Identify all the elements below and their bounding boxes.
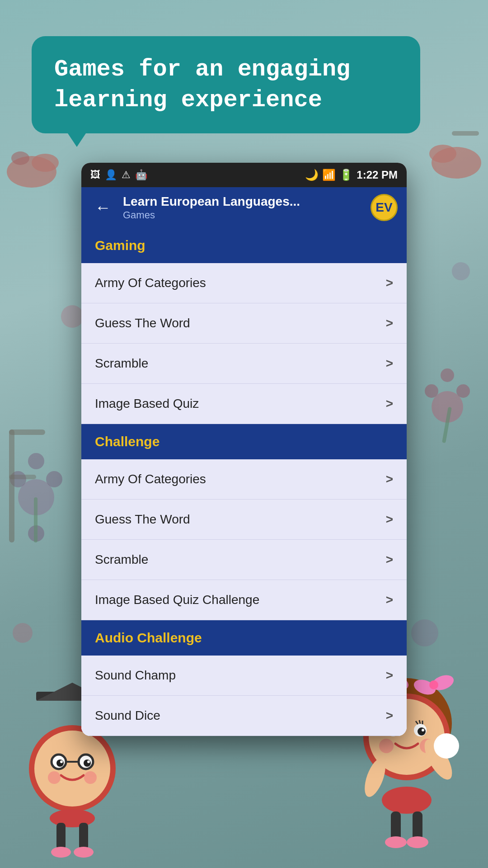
phone-frame: 🖼 👤 ⚠ 🤖 🌙 📶 🔋 1:22 PM ← Learn European L… — [81, 163, 407, 736]
header-title: Learn European Languages... — [123, 194, 363, 209]
svg-point-17 — [411, 619, 438, 646]
menu-item-label-challenge-0: Army Of Categories — [95, 472, 206, 486]
menu-item-label-challenge-3: Image Based Quiz Challenge — [95, 593, 259, 607]
svg-point-18 — [13, 623, 33, 643]
image-icon: 🖼 — [90, 169, 100, 181]
menu-item-gaming-0[interactable]: Army Of Categories> — [81, 263, 407, 303]
menu-item-arrow-gaming-1: > — [386, 316, 393, 330]
menu-item-arrow-challenge-0: > — [386, 472, 393, 486]
header-subtitle: Games — [123, 209, 363, 221]
section-header-gaming: Gaming — [81, 228, 407, 263]
menu-item-arrow-challenge-3: > — [386, 593, 393, 607]
time-display: 1:22 PM — [357, 169, 398, 181]
menu-item-challenge-0[interactable]: Army Of Categories> — [81, 459, 407, 500]
battery-icon: 🔋 — [339, 169, 353, 181]
menu-item-label-gaming-3: Image Based Quiz — [95, 396, 199, 411]
svg-point-4 — [429, 145, 456, 163]
warning-icon: ⚠ — [122, 169, 131, 181]
svg-point-6 — [28, 453, 44, 469]
back-button[interactable]: ← — [90, 196, 116, 219]
status-bar: 🖼 👤 ⚠ 🤖 🌙 📶 🔋 1:22 PM — [81, 163, 407, 187]
menu-list: GamingArmy Of Categories>Guess The Word>… — [81, 228, 407, 736]
svg-point-11 — [441, 368, 454, 382]
svg-point-1 — [32, 154, 59, 172]
menu-item-gaming-1[interactable]: Guess The Word> — [81, 303, 407, 344]
svg-rect-14 — [34, 497, 38, 542]
header-logo: EV — [371, 194, 398, 221]
menu-item-label-gaming-1: Guess The Word — [95, 316, 190, 330]
wifi-icon: 📶 — [322, 169, 336, 181]
status-icons-left: 🖼 👤 ⚠ 🤖 — [90, 169, 147, 181]
svg-point-16 — [61, 305, 84, 328]
menu-item-arrow-audio-challenge-1: > — [386, 708, 393, 723]
menu-item-label-gaming-2: Scramble — [95, 356, 148, 371]
menu-item-arrow-gaming-0: > — [386, 276, 393, 290]
menu-item-label-challenge-1: Guess The Word — [95, 512, 190, 527]
menu-item-challenge-1[interactable]: Guess The Word> — [81, 500, 407, 540]
menu-item-arrow-audio-challenge-0: > — [386, 668, 393, 683]
menu-item-arrow-challenge-2: > — [386, 552, 393, 567]
app-header: ← Learn European Languages... Games EV — [81, 187, 407, 228]
menu-item-challenge-2[interactable]: Scramble> — [81, 540, 407, 580]
menu-item-label-gaming-0: Army Of Categories — [95, 276, 206, 290]
header-title-group: Learn European Languages... Games — [123, 194, 363, 221]
android-icon: 🤖 — [135, 169, 147, 181]
svg-point-2 — [11, 151, 29, 165]
svg-point-7 — [46, 471, 62, 487]
menu-item-arrow-challenge-1: > — [386, 512, 393, 527]
speech-bubble: Games for an engaging learning experienc… — [32, 36, 420, 133]
section-header-audio-challenge: Audio Challenge — [81, 620, 407, 656]
menu-item-arrow-gaming-3: > — [386, 396, 393, 411]
menu-item-arrow-gaming-2: > — [386, 356, 393, 371]
menu-item-label-challenge-2: Scramble — [95, 552, 148, 567]
svg-point-19 — [452, 262, 470, 280]
svg-rect-23 — [452, 131, 479, 136]
svg-rect-21 — [9, 429, 45, 435]
speech-bubble-text: Games for an engaging learning experienc… — [54, 56, 350, 113]
logo-text: EV — [375, 200, 392, 215]
person-icon: 👤 — [105, 169, 117, 181]
svg-rect-22 — [9, 475, 36, 479]
menu-item-label-audio-challenge-1: Sound Dice — [95, 708, 160, 723]
svg-rect-20 — [9, 429, 14, 542]
menu-item-gaming-3[interactable]: Image Based Quiz> — [81, 384, 407, 424]
menu-item-gaming-2[interactable]: Scramble> — [81, 344, 407, 384]
menu-item-audio-challenge-1[interactable]: Sound Dice> — [81, 696, 407, 736]
section-header-challenge: Challenge — [81, 424, 407, 459]
status-icons-right: 🌙 📶 🔋 1:22 PM — [305, 169, 398, 181]
svg-point-12 — [456, 384, 470, 398]
menu-item-audio-challenge-0[interactable]: Sound Champ> — [81, 656, 407, 696]
menu-item-label-audio-challenge-0: Sound Champ — [95, 668, 176, 683]
svg-point-13 — [425, 384, 438, 398]
moon-icon: 🌙 — [305, 169, 319, 181]
menu-item-challenge-3[interactable]: Image Based Quiz Challenge> — [81, 580, 407, 620]
